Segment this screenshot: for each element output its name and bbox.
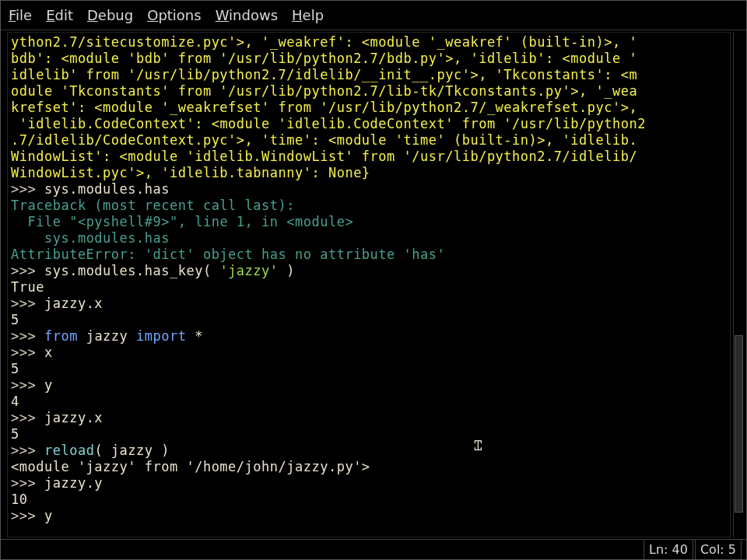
output-line: krefset': <module '_weakrefset' from '/u… (11, 100, 637, 115)
shell-input: y (44, 377, 53, 393)
shell-prompt: >>> (11, 345, 44, 360)
output-line: bdb': <module 'bdb' from '/usr/lib/pytho… (11, 51, 637, 66)
shell-prompt: >>> (11, 296, 44, 311)
keyword-from: from (44, 328, 78, 344)
menu-bar: File Edit Debug Options Windows Help (1, 1, 746, 30)
shell-input: jazzy.y (44, 475, 103, 491)
output-line: odule 'Tkconstants' from '/usr/lib/pytho… (11, 83, 637, 99)
traceback-line: Traceback (most recent call last): (11, 198, 295, 213)
shell-prompt: >>> (11, 377, 44, 393)
output-line: True (11, 279, 44, 295)
menu-help[interactable]: Help (292, 7, 324, 23)
output-line: 4 (11, 394, 19, 409)
shell-prompt: >>> (11, 328, 44, 344)
status-col: Col: 5 (695, 539, 742, 560)
menu-edit[interactable]: Edit (46, 7, 73, 23)
shell-prompt: >>> (11, 410, 44, 425)
menu-file[interactable]: File (9, 7, 32, 23)
output-line: idlelib' from '/usr/lib/python2.7/idleli… (11, 67, 637, 82)
shell-prompt: >>> (11, 263, 44, 278)
shell-prompt: >>> (11, 475, 44, 491)
status-line: Ln: 40 (644, 539, 693, 560)
string-literal: 'jazzy' (219, 263, 278, 278)
shell-input: x (44, 345, 53, 360)
keyword-import: import (136, 328, 186, 344)
status-bar: Ln: 40Col: 5 (1, 539, 746, 559)
shell-input: y (44, 508, 53, 523)
shell-input: sys.modules.has_key( (44, 263, 219, 278)
traceback-line: sys.modules.has (11, 230, 170, 246)
output-line: 'idlelib.CodeContext': <module 'idlelib.… (11, 116, 646, 131)
output-line: 10 (11, 492, 27, 507)
shell-input: sys.modules.has (44, 181, 170, 197)
traceback-line: File "<pyshell#9>", line 1, in <module> (11, 214, 353, 229)
output-line: <module 'jazzy' from '/home/john/jazzy.p… (11, 459, 370, 474)
shell-prompt: >>> (11, 181, 44, 197)
menu-debug[interactable]: Debug (87, 7, 133, 23)
builtin-reload: reload (44, 443, 94, 458)
shell-prompt: >>> (11, 443, 44, 458)
output-line: WindowList': <module 'idlelib.WindowList… (11, 149, 637, 164)
output-line: .7/idlelib/CodeContext.pyc'>, 'time': <m… (11, 132, 637, 148)
output-line: 5 (11, 361, 19, 376)
output-line: 5 (11, 426, 19, 442)
vertical-scrollbar[interactable] (733, 32, 744, 537)
shell-input: jazzy.x (44, 296, 103, 311)
output-line: 5 (11, 312, 19, 327)
shell-input: jazzy.x (44, 410, 103, 425)
python-shell-output[interactable]: ython2.7/sitecustomize.pyc'>, '_weakref'… (7, 32, 731, 537)
scrollbar-thumb[interactable] (735, 335, 743, 513)
menu-options[interactable]: Options (147, 7, 201, 23)
output-line: ython2.7/sitecustomize.pyc'>, '_weakref'… (11, 34, 637, 50)
output-line: WindowList.pyc'>, 'idlelib.tabnanny': No… (11, 165, 370, 180)
error-line: AttributeError: 'dict' object has no att… (11, 247, 445, 262)
shell-prompt: >>> (11, 508, 44, 523)
menu-windows[interactable]: Windows (216, 7, 278, 23)
